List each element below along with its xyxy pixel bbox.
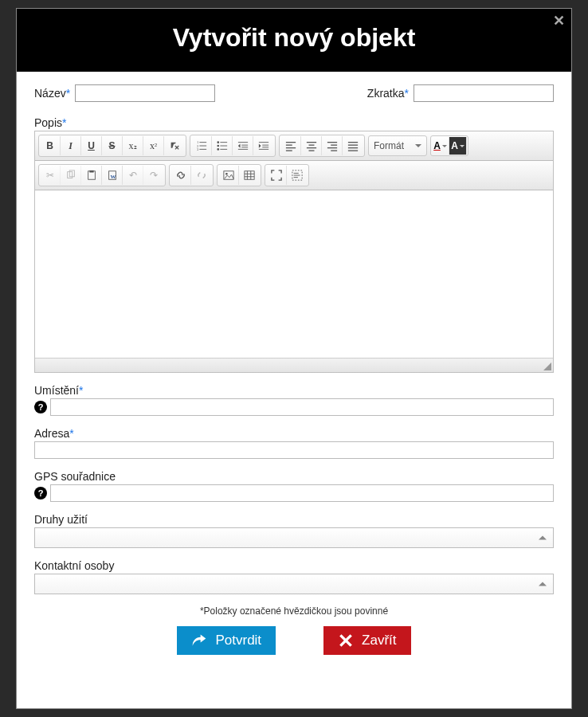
toolbar-group-clipboard: ✂ W ↶ ↷ bbox=[38, 164, 166, 186]
svg-text:W: W bbox=[110, 174, 116, 180]
label-zkratka-text: Zkratka bbox=[367, 87, 405, 100]
editor-content-area[interactable] bbox=[35, 190, 553, 358]
modal-header: ✕ Vytvořit nový objekt bbox=[17, 9, 571, 72]
toolbar-group-lists: 123 bbox=[190, 135, 276, 157]
label-gps: GPS souřadnice bbox=[34, 470, 554, 483]
undo-button[interactable]: ↶ bbox=[123, 166, 143, 185]
label-adresa-text: Adresa bbox=[34, 427, 69, 440]
required-asterisk: * bbox=[405, 87, 409, 100]
editor-toolbar-row-1: B I U S x₂ x² 123 bbox=[35, 131, 553, 161]
toolbar-group-view bbox=[265, 164, 309, 186]
toolbar-group-textstyle: B I U S x₂ x² bbox=[38, 135, 186, 157]
input-umisteni[interactable] bbox=[50, 398, 554, 416]
svg-marker-18 bbox=[237, 143, 240, 147]
combo-kontakty[interactable] bbox=[34, 574, 554, 594]
editor-footer bbox=[35, 358, 553, 372]
editor-toolbar-row-2: ✂ W ↶ ↷ bbox=[35, 161, 553, 190]
maximize-button[interactable] bbox=[266, 166, 287, 185]
x-icon bbox=[338, 633, 354, 648]
format-dropdown-label: Formát bbox=[374, 140, 404, 151]
bullet-list-button[interactable] bbox=[212, 136, 233, 155]
combo-druhy[interactable] bbox=[34, 527, 554, 548]
remove-format-button[interactable] bbox=[164, 136, 185, 155]
svg-point-8 bbox=[217, 141, 219, 143]
indent-button[interactable] bbox=[253, 136, 274, 155]
field-druhy: Druhy užití bbox=[34, 513, 554, 548]
confirm-button[interactable]: Potvrdit bbox=[177, 626, 276, 655]
redo-button[interactable]: ↷ bbox=[143, 166, 164, 185]
label-druhy: Druhy užití bbox=[34, 513, 554, 526]
link-button[interactable] bbox=[171, 166, 191, 185]
label-nazev: Název* bbox=[34, 87, 70, 100]
input-zkratka[interactable] bbox=[414, 84, 554, 102]
bold-button[interactable]: B bbox=[40, 136, 61, 155]
label-popis: Popis* bbox=[34, 116, 554, 129]
paste-word-button[interactable]: W bbox=[102, 166, 123, 185]
help-icon[interactable]: ? bbox=[34, 487, 47, 500]
field-popis: Popis* B I U S x₂ x² 123 bbox=[34, 116, 554, 373]
svg-marker-23 bbox=[259, 143, 261, 147]
align-justify-button[interactable] bbox=[343, 136, 363, 155]
required-asterisk: * bbox=[62, 116, 66, 129]
underline-button[interactable]: U bbox=[81, 136, 102, 155]
label-umisteni-text: Umístění bbox=[34, 384, 79, 397]
help-icon[interactable]: ? bbox=[34, 401, 47, 413]
align-center-button[interactable] bbox=[301, 136, 322, 155]
copy-button[interactable] bbox=[61, 166, 81, 185]
action-buttons: Potvrdit Zavřít bbox=[34, 626, 554, 655]
cut-button[interactable]: ✂ bbox=[40, 166, 61, 185]
label-zkratka: Zkratka* bbox=[367, 87, 409, 100]
bg-color-button[interactable]: A bbox=[449, 137, 467, 155]
close-button[interactable]: Zavřít bbox=[323, 626, 410, 655]
required-asterisk: * bbox=[69, 427, 73, 440]
toolbar-group-links bbox=[169, 164, 214, 186]
modal-body: Název* Zkratka* Popis* B I U S bbox=[17, 72, 571, 679]
share-arrow-icon bbox=[191, 633, 207, 648]
label-umisteni: Umístění* bbox=[34, 384, 554, 397]
svg-point-10 bbox=[217, 148, 219, 151]
table-button[interactable] bbox=[239, 166, 260, 185]
align-right-button[interactable] bbox=[322, 136, 343, 155]
chevron-down-icon bbox=[415, 144, 421, 147]
chevron-up-icon bbox=[539, 536, 547, 540]
svg-rect-48 bbox=[245, 171, 254, 180]
required-note: *Položky označené hvězdičkou jsou povinn… bbox=[34, 605, 554, 617]
subscript-button[interactable]: x₂ bbox=[123, 136, 143, 155]
show-blocks-button[interactable] bbox=[287, 166, 308, 185]
label-adresa: Adresa* bbox=[34, 427, 554, 440]
input-nazev[interactable] bbox=[75, 84, 215, 102]
modal-title: Vytvořit nový objekt bbox=[25, 23, 563, 53]
field-kontakty: Kontaktní osoby bbox=[34, 559, 554, 594]
label-popis-text: Popis bbox=[34, 116, 62, 129]
svg-text:3: 3 bbox=[196, 147, 198, 151]
svg-point-9 bbox=[217, 145, 219, 147]
field-adresa: Adresa* bbox=[34, 427, 554, 459]
italic-button[interactable]: I bbox=[61, 136, 81, 155]
input-adresa[interactable] bbox=[34, 441, 554, 459]
toolbar-group-color: A A bbox=[430, 135, 468, 156]
format-dropdown[interactable]: Formát bbox=[368, 135, 427, 156]
label-nazev-text: Název bbox=[34, 87, 66, 100]
image-button[interactable] bbox=[218, 166, 239, 185]
superscript-button[interactable]: x² bbox=[143, 136, 164, 155]
numbered-list-button[interactable]: 123 bbox=[191, 136, 212, 155]
svg-rect-43 bbox=[89, 170, 93, 173]
row-name-abbrev: Název* Zkratka* bbox=[34, 84, 554, 102]
resize-handle-icon[interactable] bbox=[543, 362, 551, 370]
close-icon[interactable]: ✕ bbox=[553, 14, 565, 28]
paste-button[interactable] bbox=[81, 166, 102, 185]
input-gps[interactable] bbox=[50, 484, 554, 502]
unlink-button[interactable] bbox=[191, 166, 212, 185]
required-asterisk: * bbox=[79, 384, 83, 397]
field-umisteni: Umístění* ? bbox=[34, 384, 554, 416]
required-asterisk: * bbox=[66, 87, 70, 100]
toolbar-group-align bbox=[279, 135, 365, 157]
chevron-up-icon bbox=[539, 582, 547, 586]
strikethrough-button[interactable]: S bbox=[102, 136, 123, 155]
outdent-button[interactable] bbox=[233, 136, 253, 155]
confirm-button-label: Potvrdit bbox=[215, 633, 261, 648]
rich-text-editor: B I U S x₂ x² 123 bbox=[34, 131, 554, 373]
text-color-button[interactable]: A bbox=[432, 137, 449, 155]
align-left-button[interactable] bbox=[280, 136, 301, 155]
label-kontakty: Kontaktní osoby bbox=[34, 559, 554, 572]
